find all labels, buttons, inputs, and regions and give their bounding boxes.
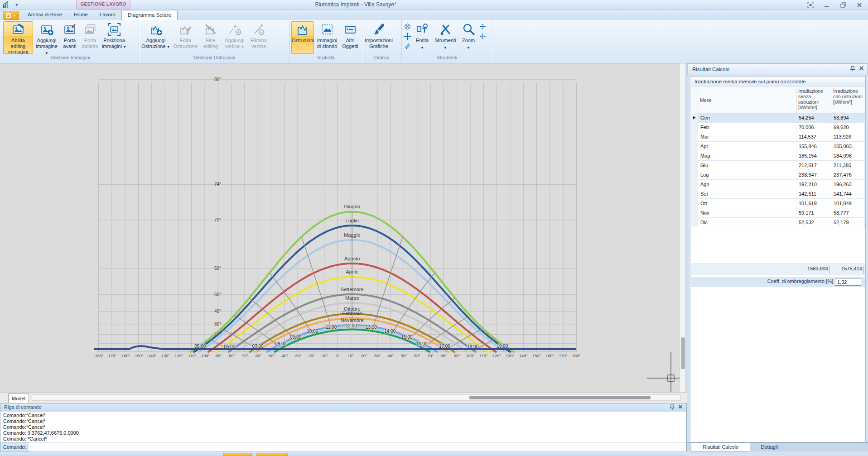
background-images-icon	[320, 23, 334, 37]
ribbon-group-gestione-ostruzioni: Aggiungi Ostruzione ▼Edita OstruzioneFin…	[139, 20, 290, 62]
divider-vertical-icon[interactable]	[479, 33, 487, 41]
table-row-nov[interactable]: Nov59,17158,777	[691, 208, 865, 218]
application-menu-button[interactable]: ▼	[3, 11, 19, 20]
ribbon-button-label: Fine editing	[200, 38, 222, 49]
close-icon[interactable]	[678, 404, 683, 409]
results-section-title: Irradiazione media mensile sul piano ori…	[691, 77, 865, 86]
table-row-mag[interactable]: Mag185,154184,098	[691, 151, 865, 161]
row-marker	[691, 189, 698, 199]
fit-window-button[interactable]	[805, 1, 816, 8]
table-row-apr[interactable]: Apr155,846155,003	[691, 142, 865, 151]
divider-horizontal-icon[interactable]	[479, 23, 487, 31]
ribbon: Abilita editing immaginiAggiungi immagin…	[0, 20, 868, 63]
x-tick-label: 160°	[545, 354, 554, 358]
hour-label-13: 13:00	[366, 325, 377, 330]
ribbon-button-zoom[interactable]: Zoom ▼	[459, 21, 477, 54]
ribbon-button-aggiungi-vertice: Aggiungi vertice ▼	[223, 21, 246, 54]
ribbon-button-posiziona-immagini[interactable]: Posiziona immagini ▼	[101, 21, 127, 54]
canvas-vertical-scrollbar[interactable]	[680, 63, 685, 392]
table-row-feb[interactable]: Feb70,00669,620	[691, 123, 865, 132]
y-tick-label: 30°	[214, 322, 221, 326]
ribbon-button-entita[interactable]: Entità ▼	[413, 21, 431, 54]
quick-access-dropdown-icon[interactable]: ▼	[14, 2, 20, 8]
ribbon-button-immagini-di-sfondo[interactable]: Immagini di sfondo	[315, 21, 339, 54]
cell-con-ostruzioni: 52,179	[831, 218, 865, 227]
ribbon-button-impostazioni-grafiche[interactable]: Impostazioni Grafiche	[364, 21, 394, 54]
table-row-ago[interactable]: Ago197,210196,263	[691, 180, 865, 189]
horizontal-scrollbar-thumb[interactable]	[469, 396, 651, 399]
x-tick-label: -130°	[160, 354, 170, 358]
ribbon-button-strumenti[interactable]: Strumenti ▼	[432, 21, 458, 54]
command-input[interactable]	[29, 442, 686, 452]
cell-senza-ostruzioni: 54,254	[796, 113, 831, 123]
x-tick-label: 90°	[454, 354, 460, 358]
cell-con-ostruzioni: 53,894	[831, 113, 865, 123]
row-marker	[691, 151, 698, 161]
month-label-giugno: Giugno	[344, 204, 360, 209]
tab-home[interactable]: Home	[68, 10, 94, 20]
ribbon-button-altri-oggetti[interactable]: Altri Oggetti	[340, 21, 360, 54]
x-tick-label: -150°	[134, 354, 144, 358]
x-tick-label: 170°	[559, 354, 568, 358]
hour-label-16: 16:00	[416, 341, 427, 346]
tab-archivi-di-base[interactable]: Archivi di Base	[22, 10, 68, 20]
cell-con-ostruzioni: 69,620	[831, 123, 865, 132]
ribbon-button-label: Posiziona immagini ▼	[101, 38, 127, 50]
cell-mese: Gen	[698, 113, 796, 123]
results-panel: Risultati Calcolo Irradiazione media men…	[687, 63, 868, 456]
cell-mese: Apr	[698, 142, 796, 151]
x-tick-label: -20°	[307, 354, 315, 358]
row-marker	[691, 123, 698, 132]
table-row-lug[interactable]: Lug238,547237,476	[691, 170, 865, 180]
cell-mese: Giu	[698, 161, 796, 170]
command-line-panel: Riga di comando Comando:*Cancel*Comando:…	[0, 403, 687, 451]
tab-diagramma-solare[interactable]: Diagramma Solare	[121, 10, 178, 20]
hour-label-8: 08:00	[275, 341, 286, 346]
redraw-arrows-icon[interactable]	[404, 43, 412, 51]
ribbon-button-aggiungi-ostruzione[interactable]: Aggiungi Ostruzione ▼	[140, 21, 171, 54]
row-marker: ▶	[691, 113, 698, 123]
hour-label-5: 05:00	[194, 344, 206, 349]
ribbon-button-label: Impostazioni Grafiche	[364, 38, 393, 49]
minimize-button[interactable]	[821, 1, 833, 8]
x-tick-label: 0°	[336, 354, 340, 358]
close-button[interactable]	[854, 1, 865, 8]
table-row-dic[interactable]: Dic52,53252,179	[691, 218, 865, 227]
ribbon-button-label: Porta avanti	[61, 38, 79, 49]
cell-con-ostruzioni: 58,777	[831, 208, 865, 218]
status-button[interactable]	[223, 453, 252, 456]
model-tab[interactable]: Model	[8, 394, 29, 403]
command-panel-title: Riga di comando	[0, 403, 686, 412]
cell-senza-ostruzioni: 197,210	[796, 180, 831, 189]
ribbon-button-aggiungi-immagine[interactable]: Aggiungi immagine ▼	[34, 21, 59, 54]
canvas-horizontal-scrollbar[interactable]	[32, 394, 681, 401]
vertical-scrollbar-thumb[interactable]	[681, 337, 685, 369]
results-panel-content: Irradiazione media mensile sul piano ori…	[690, 76, 866, 442]
window-title: Blumatica Impianti - Villa Savoye*	[242, 1, 469, 8]
ribbon-button-abilita-editing-immagini[interactable]: Abilita editing immagini	[3, 21, 33, 54]
table-row-mar[interactable]: Mar114,537113,926	[691, 132, 865, 142]
pin-icon[interactable]	[670, 404, 675, 410]
command-history-line: Comando:*Cancel*	[3, 424, 686, 430]
drawing-canvas[interactable]: -180°-170°-160°-150°-140°-130°-120°-110°…	[0, 63, 680, 392]
circle-cross-icon[interactable]	[404, 23, 412, 31]
panel-tab-risultati-calcolo[interactable]: Risultati Calcolo	[691, 443, 750, 452]
restore-button[interactable]	[837, 1, 849, 8]
move-arrows-icon[interactable]	[404, 33, 412, 41]
x-tick-label: -60°	[254, 354, 262, 358]
close-icon[interactable]	[859, 66, 864, 71]
status-button[interactable]	[256, 453, 288, 456]
ribbon-button-ostruzioni[interactable]: Ostruzioni	[291, 21, 314, 54]
table-header-con: Irradiazione con ostruzioni [kWh/m²]	[831, 87, 865, 113]
pin-icon[interactable]	[850, 66, 855, 72]
cell-mese: Mag	[698, 151, 796, 161]
hour-label-7: 07:00	[252, 344, 264, 349]
panel-tab-dettagli[interactable]: Dettagli	[752, 443, 786, 452]
ribbon-button-porta-avanti[interactable]: Porta avanti	[60, 21, 79, 54]
shading-coefficient-value: 1,32	[835, 278, 861, 286]
table-row-ott[interactable]: Ott101,619101,049	[691, 199, 865, 208]
tab-lavoro[interactable]: Lavoro	[94, 10, 121, 20]
table-row-gen[interactable]: ▶Gen54,25453,894	[691, 113, 865, 123]
table-row-set[interactable]: Set142,511141,744	[691, 189, 865, 199]
table-row-giu[interactable]: Giu212,517211,385	[691, 161, 865, 170]
